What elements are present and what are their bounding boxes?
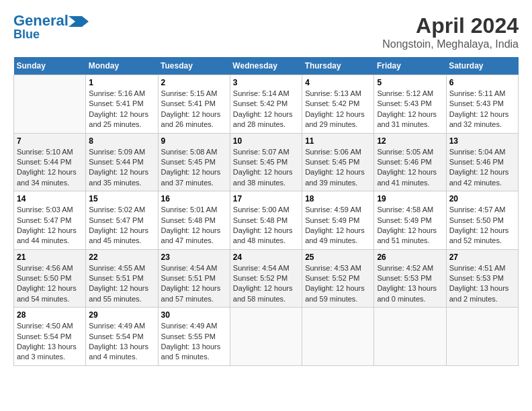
day-number: 27 — [449, 253, 515, 262]
day-number: 21 — [17, 253, 83, 262]
calendar-cell: 24Sunrise: 4:54 AM Sunset: 5:52 PM Dayli… — [230, 249, 302, 308]
calendar-cell: 20Sunrise: 4:57 AM Sunset: 5:50 PM Dayli… — [446, 191, 518, 250]
day-info: Sunrise: 5:00 AM Sunset: 5:48 PM Dayligh… — [233, 205, 299, 246]
calendar-cell: 21Sunrise: 4:56 AM Sunset: 5:50 PM Dayli… — [14, 249, 86, 308]
day-number: 30 — [161, 310, 227, 320]
calendar-cell: 18Sunrise: 4:59 AM Sunset: 5:49 PM Dayli… — [302, 191, 374, 250]
day-info: Sunrise: 4:53 AM Sunset: 5:52 PM Dayligh… — [305, 263, 371, 305]
day-info: Sunrise: 4:50 AM Sunset: 5:54 PM Dayligh… — [17, 321, 83, 363]
calendar-cell: 1Sunrise: 5:16 AM Sunset: 5:41 PM Daylig… — [86, 75, 158, 134]
header-tuesday: Tuesday — [158, 57, 230, 75]
day-info: Sunrise: 4:57 AM Sunset: 5:50 PM Dayligh… — [449, 205, 515, 246]
day-number: 22 — [89, 253, 154, 262]
day-number: 11 — [305, 136, 371, 146]
calendar-cell: 28Sunrise: 4:50 AM Sunset: 5:54 PM Dayli… — [14, 308, 86, 366]
calendar-cell: 10Sunrise: 5:07 AM Sunset: 5:45 PM Dayli… — [230, 133, 302, 191]
day-info: Sunrise: 5:11 AM Sunset: 5:43 PM Dayligh… — [449, 89, 515, 130]
logo: General Blue — [13, 13, 89, 40]
day-number: 5 — [377, 78, 443, 87]
day-info: Sunrise: 5:03 AM Sunset: 5:47 PM Dayligh… — [17, 205, 83, 246]
calendar-cell: 4Sunrise: 5:13 AM Sunset: 5:42 PM Daylig… — [302, 75, 374, 134]
day-info: Sunrise: 4:56 AM Sunset: 5:50 PM Dayligh… — [17, 263, 83, 305]
calendar-cell: 14Sunrise: 5:03 AM Sunset: 5:47 PM Dayli… — [14, 191, 86, 250]
calendar-cell: 5Sunrise: 5:12 AM Sunset: 5:43 PM Daylig… — [374, 75, 446, 134]
page-title: April 2024 — [382, 13, 519, 38]
header-friday: Friday — [374, 57, 446, 75]
day-number: 12 — [377, 136, 443, 146]
calendar-cell: 16Sunrise: 5:01 AM Sunset: 5:48 PM Dayli… — [158, 191, 230, 250]
calendar-cell: 19Sunrise: 4:58 AM Sunset: 5:49 PM Dayli… — [374, 191, 446, 250]
calendar-cell — [302, 308, 374, 366]
day-number: 1 — [89, 78, 154, 87]
calendar-cell — [374, 308, 446, 366]
calendar-cell: 12Sunrise: 5:05 AM Sunset: 5:46 PM Dayli… — [374, 133, 446, 191]
calendar-week-3: 14Sunrise: 5:03 AM Sunset: 5:47 PM Dayli… — [14, 191, 519, 250]
calendar-table: SundayMondayTuesdayWednesdayThursdayFrid… — [13, 57, 519, 366]
day-info: Sunrise: 4:54 AM Sunset: 5:52 PM Dayligh… — [233, 263, 299, 305]
day-number: 2 — [161, 78, 227, 87]
day-number: 8 — [89, 136, 154, 146]
calendar-cell: 7Sunrise: 5:10 AM Sunset: 5:44 PM Daylig… — [14, 133, 86, 191]
day-info: Sunrise: 4:52 AM Sunset: 5:53 PM Dayligh… — [377, 263, 443, 305]
day-info: Sunrise: 5:10 AM Sunset: 5:44 PM Dayligh… — [17, 147, 83, 189]
day-info: Sunrise: 4:49 AM Sunset: 5:55 PM Dayligh… — [161, 321, 227, 363]
calendar-cell: 8Sunrise: 5:09 AM Sunset: 5:44 PM Daylig… — [86, 133, 158, 191]
page-subtitle: Nongstoin, Meghalaya, India — [382, 38, 519, 50]
day-number: 9 — [161, 136, 227, 146]
calendar-week-1: 1Sunrise: 5:16 AM Sunset: 5:41 PM Daylig… — [14, 75, 519, 134]
day-info: Sunrise: 5:05 AM Sunset: 5:46 PM Dayligh… — [377, 147, 443, 189]
day-number: 6 — [449, 78, 515, 87]
day-number: 29 — [89, 310, 154, 320]
calendar-cell — [230, 308, 302, 366]
header-monday: Monday — [86, 57, 158, 75]
day-number: 16 — [161, 194, 227, 203]
day-info: Sunrise: 4:51 AM Sunset: 5:53 PM Dayligh… — [449, 263, 515, 305]
calendar-cell: 23Sunrise: 4:54 AM Sunset: 5:51 PM Dayli… — [158, 249, 230, 308]
calendar-cell: 13Sunrise: 5:04 AM Sunset: 5:46 PM Dayli… — [446, 133, 518, 191]
header-wednesday: Wednesday — [230, 57, 302, 75]
day-info: Sunrise: 5:13 AM Sunset: 5:42 PM Dayligh… — [305, 89, 371, 130]
logo-icon — [69, 16, 89, 27]
day-number: 17 — [233, 194, 299, 203]
day-info: Sunrise: 5:06 AM Sunset: 5:45 PM Dayligh… — [305, 147, 371, 189]
header-saturday: Saturday — [446, 57, 518, 75]
day-info: Sunrise: 5:16 AM Sunset: 5:41 PM Dayligh… — [89, 89, 154, 130]
day-number: 10 — [233, 136, 299, 146]
calendar-cell: 15Sunrise: 5:02 AM Sunset: 5:47 PM Dayli… — [86, 191, 158, 250]
header-thursday: Thursday — [302, 57, 374, 75]
svg-marker-0 — [69, 16, 89, 27]
day-info: Sunrise: 5:02 AM Sunset: 5:47 PM Dayligh… — [89, 205, 154, 246]
calendar-cell: 17Sunrise: 5:00 AM Sunset: 5:48 PM Dayli… — [230, 191, 302, 250]
day-info: Sunrise: 5:08 AM Sunset: 5:45 PM Dayligh… — [161, 147, 227, 189]
calendar-week-2: 7Sunrise: 5:10 AM Sunset: 5:44 PM Daylig… — [14, 133, 519, 191]
logo-subtext: Blue — [13, 28, 40, 40]
day-number: 15 — [89, 194, 154, 203]
day-number: 19 — [377, 194, 443, 203]
day-info: Sunrise: 5:01 AM Sunset: 5:48 PM Dayligh… — [161, 205, 227, 246]
day-number: 18 — [305, 194, 371, 203]
day-info: Sunrise: 4:59 AM Sunset: 5:49 PM Dayligh… — [305, 205, 371, 246]
page-header: General Blue April 2024 Nongstoin, Megha… — [13, 13, 519, 50]
title-block: April 2024 Nongstoin, Meghalaya, India — [382, 13, 519, 50]
day-number: 24 — [233, 253, 299, 262]
day-number: 3 — [233, 78, 299, 87]
calendar-cell: 11Sunrise: 5:06 AM Sunset: 5:45 PM Dayli… — [302, 133, 374, 191]
calendar-cell: 3Sunrise: 5:14 AM Sunset: 5:42 PM Daylig… — [230, 75, 302, 134]
calendar-cell: 2Sunrise: 5:15 AM Sunset: 5:41 PM Daylig… — [158, 75, 230, 134]
day-number: 20 — [449, 194, 515, 203]
logo-text: General — [13, 13, 69, 28]
day-number: 26 — [377, 253, 443, 262]
day-info: Sunrise: 4:49 AM Sunset: 5:54 PM Dayligh… — [89, 321, 154, 363]
day-number: 25 — [305, 253, 371, 262]
day-info: Sunrise: 4:55 AM Sunset: 5:51 PM Dayligh… — [89, 263, 154, 305]
calendar-cell — [14, 75, 86, 134]
day-number: 23 — [161, 253, 227, 262]
calendar-cell: 22Sunrise: 4:55 AM Sunset: 5:51 PM Dayli… — [86, 249, 158, 308]
day-info: Sunrise: 4:58 AM Sunset: 5:49 PM Dayligh… — [377, 205, 443, 246]
day-info: Sunrise: 5:04 AM Sunset: 5:46 PM Dayligh… — [449, 147, 515, 189]
day-info: Sunrise: 5:09 AM Sunset: 5:44 PM Dayligh… — [89, 147, 154, 189]
day-number: 13 — [449, 136, 515, 146]
calendar-cell: 27Sunrise: 4:51 AM Sunset: 5:53 PM Dayli… — [446, 249, 518, 308]
day-info: Sunrise: 5:07 AM Sunset: 5:45 PM Dayligh… — [233, 147, 299, 189]
calendar-cell: 9Sunrise: 5:08 AM Sunset: 5:45 PM Daylig… — [158, 133, 230, 191]
